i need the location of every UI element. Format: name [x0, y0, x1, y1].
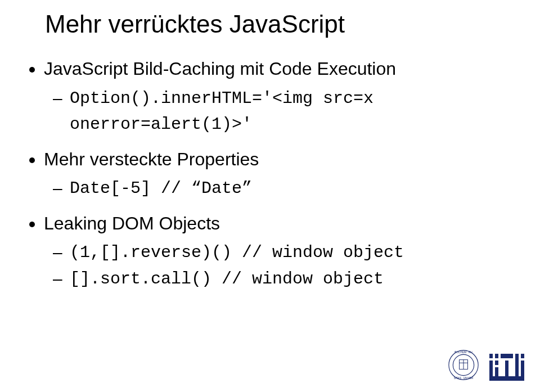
eti-logo-icon	[489, 354, 524, 381]
footer-logos: BOCHUM · RU SITAS · UNIVER	[448, 349, 524, 381]
code-line: [].sort.call() // window object	[70, 266, 512, 292]
svg-text:BOCHUM · RU: BOCHUM · RU	[454, 351, 472, 354]
svg-rect-9	[495, 354, 498, 358]
bullet-text: Mehr versteckte Properties	[44, 149, 259, 169]
code-line: Date[-5] // “Date”	[70, 175, 512, 202]
bullet-item: Leaking DOM Objects (1,[].reverse)() // …	[44, 210, 512, 292]
slide: Mehr verrücktes JavaScript JavaScript Bi…	[0, 0, 540, 392]
code-line: Option().innerHTML='<img src=x onerror=a…	[70, 85, 512, 138]
bullet-text: JavaScript Bild-Caching mit Code Executi…	[44, 58, 396, 79]
bullet-item: JavaScript Bild-Caching mit Code Executi…	[44, 55, 512, 138]
bullet-item: Mehr versteckte Properties Date[-5] // “…	[44, 146, 512, 202]
university-seal-icon: BOCHUM · RU SITAS · UNIVER	[448, 349, 479, 381]
code-line: (1,[].reverse)() // window object	[70, 240, 512, 266]
svg-rect-15	[521, 354, 524, 358]
svg-rect-7	[489, 354, 493, 358]
sub-list: Date[-5] // “Date”	[44, 175, 512, 202]
slide-title: Mehr verrücktes JavaScript	[45, 10, 512, 38]
svg-rect-10	[495, 361, 498, 365]
bullet-text: Leaking DOM Objects	[44, 213, 220, 233]
sub-list: (1,[].reverse)() // window object [].sor…	[44, 240, 512, 292]
bullet-list: JavaScript Bild-Caching mit Code Executi…	[28, 55, 512, 292]
svg-rect-17	[489, 376, 524, 381]
svg-rect-12	[501, 354, 513, 358]
sub-list: Option().innerHTML='<img src=x onerror=a…	[44, 85, 512, 138]
svg-text:SITAS · UNIVER: SITAS · UNIVER	[454, 377, 474, 380]
